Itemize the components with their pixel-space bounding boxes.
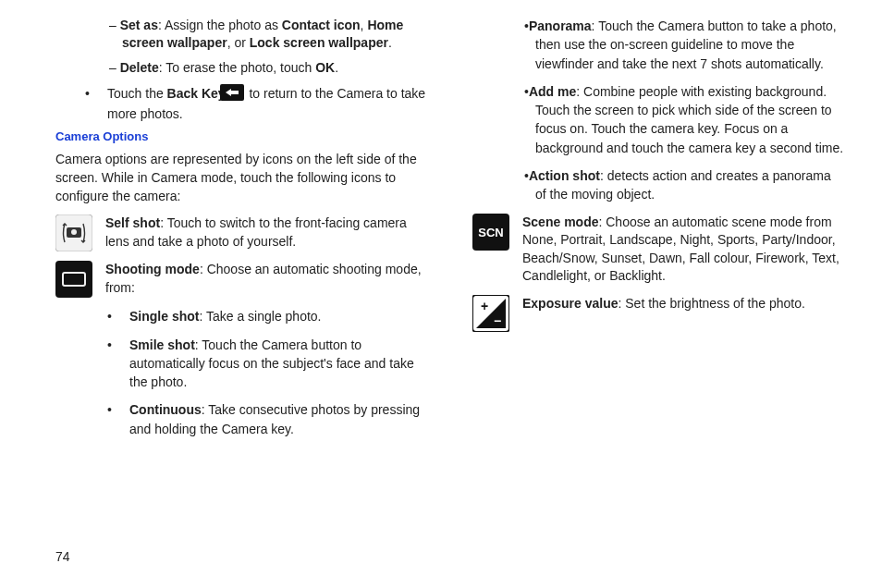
actionshot-item: •Action shot: detects action and creates…: [472, 166, 845, 204]
single-shot: •Single shot: Take a single photo.: [55, 307, 428, 325]
camera-options-intro: Camera options are represented by icons …: [55, 151, 428, 205]
back-key-icon: [231, 84, 244, 105]
page-number: 74: [55, 549, 70, 564]
camera-options-heading: Camera Options: [55, 129, 428, 143]
selfshot-row: Self shot: Touch to switch to the front-…: [55, 214, 428, 251]
scenemode-icon: SCN: [472, 214, 509, 251]
delete-item: Delete: To erase the photo, touch OK.: [55, 59, 428, 77]
exposure-row: + − Exposure value: Set the brightness o…: [472, 295, 845, 332]
smile-shot: •Smile shot: Touch the Camera button to …: [55, 336, 428, 392]
scenemode-row: SCN Scene mode: Choose an automatic scen…: [472, 214, 845, 286]
panorama-item: •Panorama: Touch the Camera button to ta…: [472, 17, 845, 73]
svg-point-3: [71, 229, 77, 235]
svg-text:−: −: [494, 313, 501, 328]
shootingmode-row: Shooting mode: Choose an automatic shoot…: [55, 261, 428, 298]
selfshot-icon: [55, 214, 92, 251]
setas-item: Set as: Assign the photo as Contact icon…: [55, 17, 428, 52]
addme-item: •Add me: Combine people with existing ba…: [472, 82, 845, 157]
svg-text:SCN: SCN: [478, 226, 503, 239]
backkey-item: •Touch the Back Key to return to the Cam…: [55, 84, 428, 123]
exposure-icon: + −: [472, 295, 509, 332]
svg-text:+: +: [481, 299, 488, 313]
shootingmode-icon: [55, 261, 92, 298]
right-column: •Panorama: Touch the Camera button to ta…: [472, 17, 845, 447]
svg-rect-5: [63, 273, 85, 286]
left-column: Set as: Assign the photo as Contact icon…: [55, 17, 428, 447]
continuous-shot: •Continuous: Take consecutive photos by …: [55, 400, 428, 438]
